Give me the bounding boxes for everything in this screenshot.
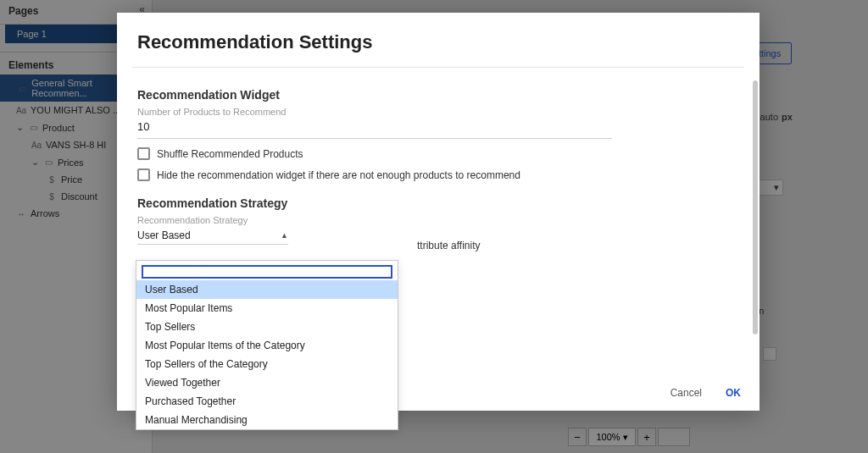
- dropdown-item[interactable]: Top Sellers: [136, 318, 398, 336]
- widget-section-title: Recommendation Widget: [137, 88, 739, 102]
- dropdown-item[interactable]: Most Popular Items: [136, 299, 398, 318]
- recommendation-settings-modal: Recommendation Settings Recommendation W…: [117, 13, 760, 411]
- affinity-text-fragment: ttribute affinity: [417, 240, 480, 251]
- chevron-up-icon: ▲: [281, 231, 288, 240]
- shuffle-label: Shuffle Recommended Products: [157, 148, 303, 160]
- shuffle-checkbox[interactable]: [137, 147, 150, 160]
- modal-body: Recommendation Widget Number of Products…: [117, 68, 760, 245]
- dropdown-item[interactable]: Top Sellers of the Category: [136, 355, 398, 373]
- num-products-input[interactable]: [137, 117, 612, 139]
- strategy-dropdown: User Based Most Popular Items Top Seller…: [136, 260, 398, 430]
- shuffle-row[interactable]: Shuffle Recommended Products: [137, 147, 739, 160]
- strategy-field-label: Recommendation Strategy: [137, 215, 739, 225]
- strategy-section-title: Recommendation Strategy: [137, 196, 739, 210]
- dropdown-item[interactable]: Most Popular Items of the Category: [136, 336, 398, 355]
- hide-widget-row[interactable]: Hide the recommendation widget if there …: [137, 168, 739, 181]
- ok-button[interactable]: OK: [726, 387, 741, 399]
- dropdown-item[interactable]: Viewed Together: [136, 373, 398, 392]
- dropdown-item[interactable]: Purchased Together: [136, 392, 398, 411]
- num-products-label: Number of Products to Recommend: [137, 107, 739, 117]
- cancel-button[interactable]: Cancel: [670, 387, 702, 399]
- dropdown-search-input[interactable]: [142, 265, 392, 279]
- hide-widget-label: Hide the recommendation widget if there …: [157, 169, 520, 181]
- strategy-value: User Based: [137, 229, 191, 241]
- dropdown-item[interactable]: Manual Merchandising: [136, 411, 398, 429]
- dropdown-item[interactable]: User Based: [136, 280, 398, 299]
- modal-title: Recommendation Settings: [117, 13, 760, 67]
- strategy-select[interactable]: User Based ▲: [137, 227, 288, 245]
- modal-footer: Cancel OK: [670, 387, 741, 399]
- hide-widget-checkbox[interactable]: [137, 168, 150, 181]
